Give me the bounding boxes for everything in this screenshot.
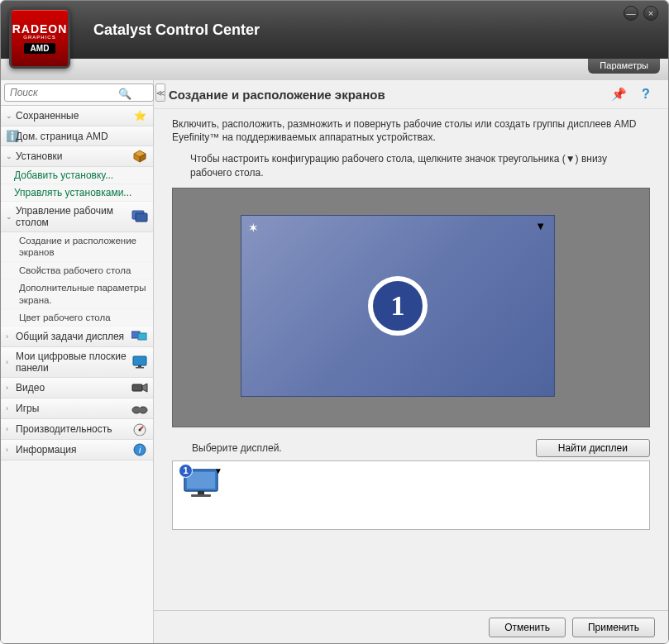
search-row: 🔍 ≪	[1, 80, 153, 106]
arrangement-canvas[interactable]: ✶ ▼ 1	[172, 188, 650, 427]
description-text: Включить, расположить, размножить и пове…	[154, 109, 668, 147]
chevron-right-icon: ›	[6, 358, 12, 366]
page-title: Создание и расположение экранов	[169, 88, 611, 102]
sub-toolbar: Параметры	[1, 59, 668, 80]
sidebar-item-performance[interactable]: › Производительность	[1, 419, 153, 440]
chevron-right-icon: ›	[6, 404, 12, 413]
primary-star-icon: ✶	[248, 221, 259, 236]
svg-rect-9	[136, 367, 144, 369]
radeon-logo: RADEON GRAPHICS AMD	[9, 7, 70, 69]
desktop-icon	[131, 210, 148, 223]
svg-rect-23	[191, 494, 211, 497]
svg-rect-4	[136, 213, 147, 222]
gamepad-icon	[131, 402, 148, 415]
chevron-down-icon: ▼	[214, 466, 222, 475]
display-badge: 1	[179, 464, 193, 478]
display-selector-box: 1 ▼	[172, 460, 650, 530]
svg-rect-10	[132, 384, 142, 391]
close-button[interactable]: ×	[643, 6, 658, 21]
pick-display-label: Выберите дисплей.	[172, 442, 536, 454]
window-buttons: — ×	[624, 6, 658, 21]
logo-sub: GRAPHICS	[23, 35, 55, 40]
svg-rect-14	[136, 408, 144, 412]
sidebar-item-saved[interactable]: ⌄ Сохраненные ⭐	[1, 106, 153, 126]
sidebar-item-label: Общий задачи дисплея	[16, 331, 128, 342]
sidebar-item-information[interactable]: › Информация i	[1, 440, 153, 460]
main-panel: Создание и расположение экранов 📌 ? Вклю…	[154, 80, 668, 643]
svg-rect-6	[138, 333, 146, 340]
sidebar-link-manage-installs[interactable]: Управлять установками...	[1, 184, 153, 202]
logo-brand: RADEON	[12, 22, 68, 36]
parameters-button[interactable]: Параметры	[588, 59, 660, 74]
svg-point-17	[139, 429, 141, 432]
apply-button[interactable]: Применить	[572, 618, 655, 637]
svg-rect-8	[138, 365, 141, 367]
sidebar-sub-desktop-color[interactable]: Цвет рабочего стола	[1, 309, 153, 327]
sidebar-item-desktop-mgmt[interactable]: ⌄ Управление рабочим столом	[1, 202, 153, 232]
minimize-button[interactable]: —	[624, 6, 638, 21]
svg-marker-11	[142, 384, 147, 392]
sidebar-item-common-display[interactable]: › Общий задачи дисплея	[1, 327, 153, 347]
sidebar-item-amd-home[interactable]: ℹ️ Дом. страница AMD	[1, 126, 153, 146]
chevron-down-icon: ⌄	[6, 152, 12, 160]
body: 🔍 ≪ ⌄ Сохраненные ⭐ ℹ️ Дом. страница AMD…	[1, 80, 668, 643]
sidebar-item-label: Сохраненные	[16, 110, 128, 122]
sidebar-item-label: Управление рабочим столом	[16, 205, 128, 228]
logo-vendor: AMD	[24, 43, 56, 54]
sidebar-sub-create-arrange[interactable]: Создание и расположение экранов	[1, 232, 153, 262]
footer: Отменить Применить	[154, 610, 668, 643]
sidebar-item-video[interactable]: › Видео	[1, 378, 153, 398]
pin-icon[interactable]: 📌	[611, 87, 627, 102]
sidebar-sub-extra-params[interactable]: Дополнительные параметры экрана.	[1, 279, 153, 309]
chevron-right-icon: ›	[6, 446, 12, 454]
gauge-icon	[131, 422, 148, 436]
sidebar-item-installs[interactable]: ⌄ Установки	[1, 146, 153, 167]
display-number-badge: 1	[368, 276, 428, 336]
screens-icon	[131, 330, 148, 343]
camcorder-icon	[131, 381, 148, 394]
monitor-icon	[131, 355, 148, 369]
sidebar-item-label: Производительность	[16, 423, 128, 435]
app-title: Catalyst Control Center	[93, 21, 653, 39]
sidebar-sub-desktop-props[interactable]: Свойства рабочего стола	[1, 262, 153, 279]
sidebar-link-add-install[interactable]: Добавить установку...	[1, 167, 153, 184]
cancel-button[interactable]: Отменить	[489, 618, 566, 637]
chevron-right-icon: ›	[6, 384, 12, 392]
app-window: RADEON GRAPHICS AMD Catalyst Control Cen…	[0, 0, 669, 644]
main-header: Создание и расположение экранов 📌 ?	[154, 80, 668, 109]
collapse-sidebar-button[interactable]: ≪	[155, 83, 165, 102]
svg-rect-22	[198, 491, 204, 494]
svg-rect-7	[133, 356, 146, 365]
display-tile-1[interactable]: ✶ ▼ 1	[241, 215, 555, 397]
sidebar-item-label: Дом. страница AMD	[16, 131, 148, 142]
search-input[interactable]	[4, 83, 154, 102]
sidebar: 🔍 ≪ ⌄ Сохраненные ⭐ ℹ️ Дом. страница AMD…	[1, 80, 154, 643]
sidebar-item-label: Мои цифровые плоские панели	[16, 351, 128, 374]
sidebar-item-label: Игры	[16, 403, 128, 414]
pick-row: Выберите дисплей. Найти дисплеи	[172, 439, 650, 457]
info-circle-icon: i	[131, 443, 148, 456]
sidebar-item-label: Установки	[16, 150, 128, 162]
nav: ⌄ Сохраненные ⭐ ℹ️ Дом. страница AMD ⌄ У…	[1, 106, 153, 643]
sidebar-item-label: Видео	[16, 382, 128, 394]
titlebar: RADEON GRAPHICS AMD Catalyst Control Cen…	[1, 1, 668, 59]
chevron-right-icon: ›	[6, 332, 12, 341]
chevron-down-icon: ⌄	[6, 112, 12, 120]
sidebar-item-label: Информация	[16, 444, 128, 456]
display-tile-menu-icon[interactable]: ▼	[535, 220, 546, 232]
cube-icon	[131, 150, 148, 163]
sidebar-item-flat-panels[interactable]: › Мои цифровые плоские панели	[1, 347, 153, 378]
sidebar-item-games[interactable]: › Игры	[1, 398, 153, 419]
display-selector-item-1[interactable]: 1 ▼	[181, 466, 227, 499]
chevron-down-icon: ⌄	[6, 212, 12, 221]
hint-text: Чтобы настроить конфигурацию рабочего ст…	[154, 147, 668, 187]
info-icon: ℹ️	[6, 130, 12, 142]
star-icon: ⭐	[131, 109, 148, 122]
chevron-right-icon: ›	[6, 425, 12, 433]
find-displays-button[interactable]: Найти дисплеи	[536, 439, 650, 457]
help-icon[interactable]: ?	[638, 87, 653, 102]
